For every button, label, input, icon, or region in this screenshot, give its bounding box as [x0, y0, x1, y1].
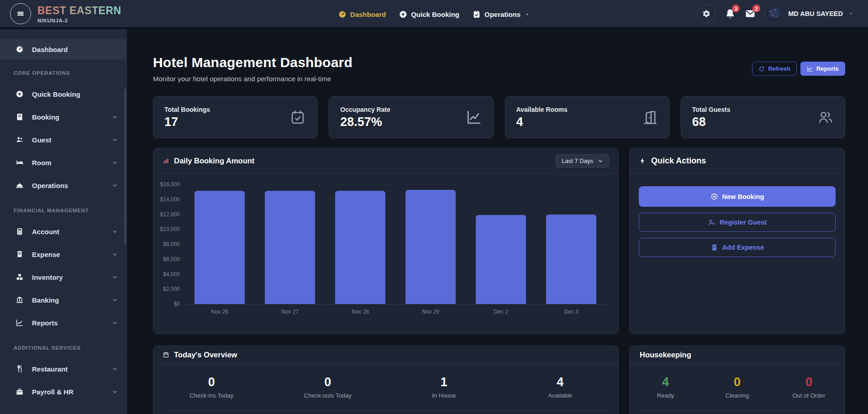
people-outline-icon: [817, 109, 834, 126]
stat-label: Occupancy Rate: [340, 106, 390, 113]
chevron-down-icon: [112, 252, 118, 257]
messages-button[interactable]: 2: [744, 8, 756, 19]
chart-bar-cell: [184, 184, 255, 304]
chart-bars: [184, 184, 606, 304]
nav-item-quick-booking[interactable]: Quick Booking: [399, 10, 459, 19]
chart-bar-nov-27[interactable]: [265, 191, 315, 304]
x-axis-tick-label: Nov 28: [325, 309, 395, 315]
chart-bar-nov-26[interactable]: [195, 191, 244, 304]
reports-button[interactable]: Reports: [800, 62, 845, 76]
sidebar-item-guest[interactable]: Guest: [0, 128, 127, 151]
nav-item-operations[interactable]: Operations: [472, 10, 530, 19]
register-guest-button[interactable]: Register Guest: [639, 213, 836, 232]
menu-toggle-button[interactable]: [10, 3, 31, 24]
user-avatar[interactable]: [765, 5, 782, 22]
brand[interactable]: BEST EASTERN NIKUNJA-2: [0, 3, 137, 24]
chart-bar-nov-28[interactable]: [335, 191, 385, 304]
reports-button-label: Reports: [816, 65, 839, 72]
utensils-icon: [14, 365, 26, 373]
stat-value: 68: [692, 115, 731, 129]
stat-label: Ready: [630, 392, 701, 399]
sidebar-scrollbar[interactable]: [124, 89, 126, 244]
top-navbar: BEST EASTERN NIKUNJA-2 DashboardQuick Bo…: [0, 0, 868, 28]
new-booking-button[interactable]: New Booking: [639, 186, 836, 207]
sidebar-item-restaurant[interactable]: Restaurant: [0, 357, 127, 380]
user-name[interactable]: MD ABU SAYEED: [788, 10, 843, 17]
speedometer-icon: [338, 10, 347, 19]
stat-label: Total Guests: [692, 106, 731, 113]
x-axis-tick-label: Dec 3: [536, 309, 606, 315]
stat-value: 0: [773, 375, 845, 389]
person-plus-icon: [708, 219, 715, 226]
sidebar-item-operations[interactable]: Operations: [0, 174, 127, 197]
nav-item-label: Dashboard: [350, 10, 386, 18]
users-icon: [14, 136, 26, 144]
sidebar-item-quick-booking[interactable]: Quick Booking: [0, 83, 127, 105]
calendar-icon: [163, 351, 169, 358]
stat-value: 0: [701, 375, 773, 389]
x-axis-tick-label: Nov 29: [395, 309, 466, 315]
user-menu-caret-icon[interactable]: [848, 10, 854, 17]
refresh-icon: [758, 66, 765, 72]
add-expense-button[interactable]: Add Expense: [639, 238, 836, 257]
chart-bar-dec-2[interactable]: [476, 215, 526, 304]
sidebar-item-dashboard[interactable]: Dashboard: [0, 39, 127, 59]
sidebar-item-label: Reports: [32, 319, 58, 327]
stat-label: Available: [502, 392, 619, 399]
chevron-down-icon: [112, 389, 118, 395]
y-axis-tick-label: $14,000: [160, 196, 180, 203]
main-area: Hotel Management Dashboard Monitor your …: [127, 29, 868, 414]
sidebar-item-inventory[interactable]: Inventory: [0, 266, 127, 288]
notifications-button[interactable]: 3: [725, 8, 736, 19]
chart-line-icon: [14, 319, 26, 327]
housekeeping-title: Housekeeping: [640, 351, 691, 359]
nav-item-label: Quick Booking: [411, 10, 459, 18]
sidebar-item-label: Restaurant: [32, 365, 68, 373]
nav-item-dashboard[interactable]: Dashboard: [338, 10, 386, 19]
sidebar: DashboardCORE OPERATIONSQuick BookingBoo…: [0, 29, 127, 414]
caret-down-icon: [524, 11, 530, 17]
quick-actions-card: Quick Actions New BookingRegister GuestA…: [629, 148, 845, 334]
sidebar-item-booking[interactable]: Booking: [0, 105, 127, 128]
stat-cleaning: 0Cleaning: [701, 375, 773, 399]
daily-booking-chart-card: Daily Booking Amount Last 7 Days $0$2,00…: [153, 148, 619, 334]
chart-bar-dec-3[interactable]: [546, 215, 596, 304]
stat-label: Cleaning: [701, 392, 773, 399]
y-axis-tick-label: $16,000: [160, 181, 180, 188]
sidebar-section-header: CORE OPERATIONS: [14, 70, 127, 76]
page-subtitle: Monitor your hotel operations and perfor…: [153, 75, 352, 83]
y-axis-tick-label: $12,000: [160, 211, 180, 218]
y-axis-tick-label: $2,000: [163, 286, 180, 292]
receipt-icon: [710, 244, 718, 252]
sidebar-item-banking[interactable]: Banking: [0, 288, 127, 311]
sidebar-section-header: FINANCIAL MANAGEMENT: [14, 208, 127, 213]
settings-button[interactable]: [697, 4, 716, 23]
date-range-select[interactable]: Last 7 Days: [556, 154, 609, 168]
y-axis-tick-label: $0: [174, 301, 180, 307]
stat-label: Check-outs Today: [270, 392, 386, 399]
stat-value: 17: [164, 115, 210, 129]
sidebar-item-label: Expense: [32, 251, 60, 258]
door-open-icon: [642, 109, 658, 126]
boxes-icon: [14, 273, 26, 281]
bank-icon: [14, 296, 26, 304]
date-range-value: Last 7 Days: [562, 157, 593, 164]
stat-value: 28.57%: [340, 115, 390, 129]
stat-value: 1: [386, 375, 502, 389]
stat-available: 4Available: [502, 375, 619, 399]
briefcase-icon: [14, 388, 26, 396]
navbar-right: 3 2 MD ABU SAYEED: [697, 4, 868, 23]
refresh-button[interactable]: Refresh: [752, 62, 796, 76]
sidebar-item-payroll-hr[interactable]: Payroll & HR: [0, 380, 127, 403]
nav-item-label: Operations: [484, 10, 521, 18]
sidebar-item-label: Booking: [32, 113, 59, 121]
button-label: Add Expense: [722, 244, 764, 251]
chart-bar-nov-29[interactable]: [405, 190, 455, 304]
chevron-down-icon: [112, 366, 118, 372]
sidebar-item-reports[interactable]: Reports: [0, 311, 127, 334]
sidebar-item-expense[interactable]: Expense: [0, 243, 127, 266]
sidebar-item-account[interactable]: Account: [0, 220, 127, 243]
stat-value: 4: [502, 375, 619, 389]
sidebar-item-room[interactable]: Room: [0, 151, 127, 174]
stat-value: 4: [630, 375, 701, 389]
